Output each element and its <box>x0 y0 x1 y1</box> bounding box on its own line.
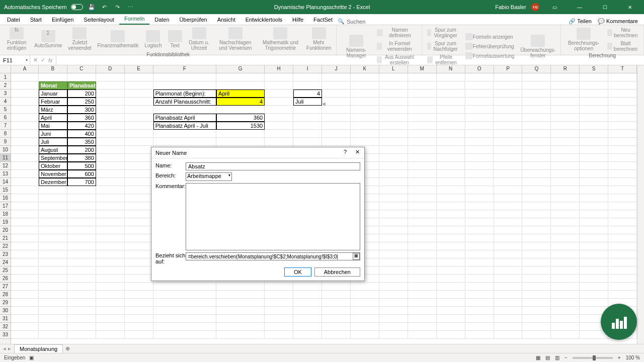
cell-P25[interactable] <box>494 266 523 275</box>
cell-R4[interactable] <box>551 98 580 106</box>
cell-C10[interactable]: 200 <box>67 146 96 154</box>
cell-I1[interactable] <box>293 73 322 81</box>
cell-A17[interactable] <box>11 202 39 210</box>
cell-O7[interactable] <box>465 122 494 130</box>
cell-O10[interactable] <box>465 146 494 154</box>
cell-S16[interactable] <box>580 194 608 202</box>
row-header-28[interactable]: 28 <box>0 291 11 299</box>
cell-L32[interactable] <box>379 323 408 331</box>
cell-J29[interactable] <box>322 299 351 307</box>
cell-A31[interactable] <box>11 315 39 323</box>
cell-P7[interactable] <box>494 122 522 130</box>
cell-C11[interactable]: 380 <box>67 154 96 162</box>
cell-O16[interactable] <box>465 194 494 202</box>
cell-M18[interactable] <box>408 210 437 218</box>
cell-D15[interactable] <box>96 186 125 194</box>
zoom-slider[interactable] <box>573 357 613 359</box>
cell-B33[interactable] <box>39 331 67 339</box>
cell-T5[interactable] <box>608 106 637 114</box>
cell-P29[interactable] <box>494 299 523 307</box>
row-header-6[interactable]: 6 <box>0 114 11 122</box>
cell-N26[interactable] <box>437 275 465 283</box>
row-header-11[interactable]: 11 <box>0 154 11 162</box>
cell-A28[interactable] <box>11 291 39 299</box>
cell-M32[interactable] <box>408 323 437 331</box>
cell-L12[interactable] <box>379 162 408 170</box>
cell-L18[interactable] <box>379 210 408 218</box>
cell-N18[interactable] <box>437 210 465 218</box>
cell-Q7[interactable] <box>522 122 551 130</box>
cell-B17[interactable] <box>39 202 67 210</box>
cell-F5[interactable] <box>153 106 216 114</box>
cell-L33[interactable] <box>379 331 408 339</box>
cell-J9[interactable] <box>322 138 351 146</box>
cell-E24[interactable] <box>125 258 153 266</box>
tab-hilfe[interactable]: Hilfe <box>287 15 308 25</box>
cell-P6[interactable] <box>494 114 522 122</box>
view-break-icon[interactable]: ▥ <box>555 355 559 360</box>
close-icon[interactable]: ✕ <box>620 0 640 14</box>
more-button[interactable]: Mehr Funktionen <box>304 26 333 52</box>
cell-E6[interactable] <box>125 114 153 122</box>
cell-M21[interactable] <box>408 234 437 242</box>
cell-T14[interactable] <box>608 178 637 186</box>
cell-S8[interactable] <box>580 130 608 138</box>
macro-record-icon[interactable]: ▣ <box>29 355 34 360</box>
cell-F3[interactable]: Planmonat (Beginn): <box>153 89 216 98</box>
cell-R8[interactable] <box>551 130 580 138</box>
user-name[interactable]: Fabio Basler <box>495 4 526 10</box>
cell-H6[interactable] <box>265 114 293 122</box>
cell-P20[interactable] <box>494 226 523 234</box>
error-check-button[interactable]: Fehlerüberprüfung <box>463 42 517 51</box>
cell-M25[interactable] <box>408 266 437 275</box>
cell-Q26[interactable] <box>522 275 551 283</box>
cell-C7[interactable]: 420 <box>67 122 96 130</box>
cell-R17[interactable] <box>551 202 580 210</box>
cell-R19[interactable] <box>551 218 580 226</box>
cell-C3[interactable]: 200 <box>67 89 96 98</box>
cell-S24[interactable] <box>580 258 608 266</box>
cell-Q17[interactable] <box>522 202 551 210</box>
trace-precedents-button[interactable]: Spur zum Vorgänger <box>425 26 461 39</box>
autosave-toggle[interactable] <box>71 4 83 10</box>
cell-G1[interactable] <box>216 73 265 81</box>
cell-E27[interactable] <box>125 283 153 291</box>
cell-R24[interactable] <box>551 258 580 266</box>
cell-Q29[interactable] <box>522 299 551 307</box>
col-header-J[interactable]: J <box>322 65 351 73</box>
cell-A12[interactable] <box>11 162 39 170</box>
cell-B20[interactable] <box>39 226 67 234</box>
cell-A21[interactable] <box>11 234 39 242</box>
cell-L14[interactable] <box>379 178 408 186</box>
cell-D29[interactable] <box>96 299 125 307</box>
cell-T11[interactable] <box>608 154 637 162</box>
cell-B9[interactable]: Juli <box>39 138 67 146</box>
col-header-R[interactable]: R <box>551 65 580 73</box>
cell-A18[interactable] <box>11 210 39 218</box>
cell-M33[interactable] <box>408 331 437 339</box>
cell-L29[interactable] <box>379 299 408 307</box>
math-button[interactable]: Mathematik und Trigonometrie <box>259 26 302 52</box>
cell-C8[interactable]: 400 <box>67 130 96 138</box>
ok-button[interactable]: OK <box>284 267 311 277</box>
cell-B12[interactable]: Oktober <box>39 162 67 170</box>
zoom-level[interactable]: 100 % <box>626 355 640 360</box>
cell-G27[interactable] <box>216 283 265 291</box>
cell-I8[interactable] <box>293 130 322 138</box>
cell-E29[interactable] <box>125 299 153 307</box>
cell-A7[interactable] <box>11 122 39 130</box>
cell-T19[interactable] <box>608 218 637 226</box>
cell-O20[interactable] <box>465 226 494 234</box>
cell-C13[interactable]: 600 <box>67 170 96 178</box>
cell-N11[interactable] <box>437 154 465 162</box>
cell-R15[interactable] <box>551 186 580 194</box>
cell-N28[interactable] <box>437 291 465 299</box>
cell-L16[interactable] <box>379 194 408 202</box>
cell-H4[interactable] <box>265 98 293 106</box>
tab-einfugen[interactable]: Einfügen <box>47 15 78 25</box>
cell-J4[interactable] <box>322 98 351 106</box>
cell-D11[interactable] <box>96 154 125 162</box>
cell-M22[interactable] <box>408 242 437 250</box>
row-header-26[interactable]: 26 <box>0 275 11 283</box>
cell-R30[interactable] <box>551 307 580 315</box>
